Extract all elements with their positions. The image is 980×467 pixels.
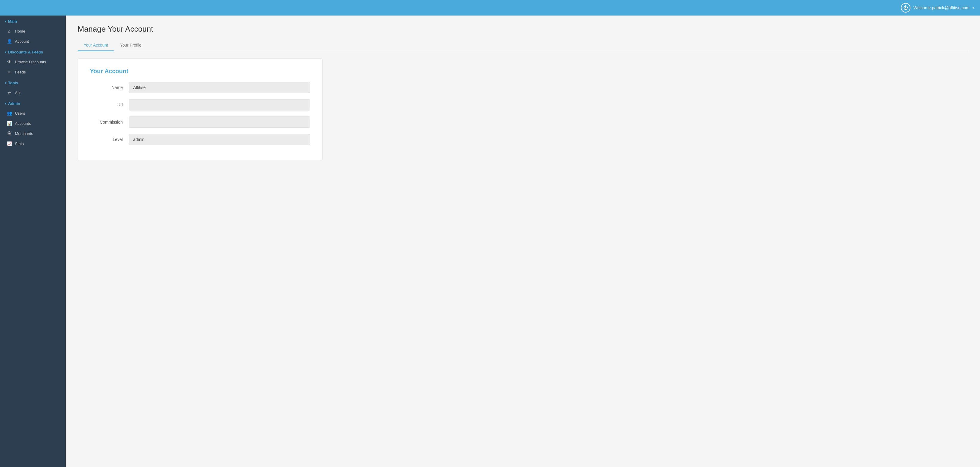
- name-row: Name: [90, 82, 310, 93]
- sidebar-item-label: Api: [15, 91, 21, 95]
- layout: ▾Main⌂Home👤Account▾Discounts & Feeds👁Bro…: [0, 16, 980, 467]
- sidebar-item-stats[interactable]: 📈Stats: [0, 138, 66, 149]
- account-icon: 👤: [6, 39, 12, 44]
- name-label: Name: [90, 85, 129, 90]
- sidebar-section-discounts-feeds[interactable]: ▾Discounts & Feeds: [0, 46, 66, 57]
- sidebar-item-label: Browse Discounts: [15, 60, 46, 64]
- sidebar-item-accounts[interactable]: 📊Accounts: [0, 118, 66, 129]
- tab-your-account[interactable]: Your Account: [78, 40, 114, 51]
- your-account-card: Your Account Name Url Commission Level: [78, 59, 323, 160]
- welcome-text: Welcome patrick@affitise.com: [913, 5, 970, 10]
- tabs-container: Your Account Your Profile: [78, 40, 968, 51]
- sidebar-section-main[interactable]: ▾Main: [0, 16, 66, 26]
- sidebar-item-feeds[interactable]: ≡Feeds: [0, 67, 66, 77]
- url-row: Url: [90, 99, 310, 111]
- sidebar-item-label: Merchants: [15, 131, 33, 136]
- level-row: Level: [90, 134, 310, 145]
- users-icon: 👥: [6, 111, 12, 116]
- page-title: Manage Your Account: [78, 24, 968, 34]
- chevron-icon: ▾: [5, 51, 6, 54]
- feeds-icon: ≡: [6, 70, 12, 75]
- merchants-icon: 🏛: [6, 131, 12, 136]
- sidebar-item-label: Accounts: [15, 121, 31, 126]
- chevron-icon: ▾: [5, 102, 6, 105]
- url-input[interactable]: [129, 99, 310, 111]
- sidebar-item-browse-discounts[interactable]: 👁Browse Discounts: [0, 57, 66, 67]
- url-label: Url: [90, 102, 129, 107]
- sidebar: ▾Main⌂Home👤Account▾Discounts & Feeds👁Bro…: [0, 16, 66, 467]
- name-input[interactable]: [129, 82, 310, 93]
- commission-label: Commission: [90, 120, 129, 124]
- sidebar-item-merchants[interactable]: 🏛Merchants: [0, 129, 66, 138]
- user-power-icon: ⏻: [901, 3, 910, 13]
- sidebar-item-label: Account: [15, 39, 29, 44]
- sidebar-item-label: Users: [15, 111, 25, 116]
- browse-discounts-icon: 👁: [6, 59, 12, 64]
- level-input[interactable]: [129, 134, 310, 145]
- stats-icon: 📈: [6, 141, 12, 146]
- sidebar-item-label: Feeds: [15, 70, 26, 75]
- sidebar-item-account[interactable]: 👤Account: [0, 36, 66, 46]
- topbar-user-menu[interactable]: ⏻ Welcome patrick@affitise.com ▾: [901, 3, 974, 13]
- commission-row: Commission: [90, 116, 310, 128]
- sidebar-item-label: Stats: [15, 141, 24, 146]
- commission-input[interactable]: [129, 116, 310, 128]
- topbar: ⏻ Welcome patrick@affitise.com ▾: [0, 0, 980, 16]
- topbar-chevron-icon: ▾: [972, 6, 974, 10]
- sidebar-item-label: Home: [15, 29, 25, 33]
- sidebar-section-tools[interactable]: ▾Tools: [0, 77, 66, 87]
- chevron-icon: ▾: [5, 81, 6, 84]
- home-icon: ⌂: [6, 29, 12, 33]
- sidebar-section-admin[interactable]: ▾Admin: [0, 98, 66, 108]
- chevron-icon: ▾: [5, 20, 6, 23]
- main-content: Manage Your Account Your Account Your Pr…: [66, 16, 980, 467]
- tab-your-profile[interactable]: Your Profile: [114, 40, 148, 51]
- sidebar-item-api[interactable]: ⇌Api: [0, 87, 66, 98]
- level-label: Level: [90, 137, 129, 142]
- sidebar-item-users[interactable]: 👥Users: [0, 108, 66, 118]
- sidebar-item-home[interactable]: ⌂Home: [0, 26, 66, 36]
- accounts-icon: 📊: [6, 121, 12, 126]
- api-icon: ⇌: [6, 90, 12, 95]
- card-title: Your Account: [90, 68, 310, 75]
